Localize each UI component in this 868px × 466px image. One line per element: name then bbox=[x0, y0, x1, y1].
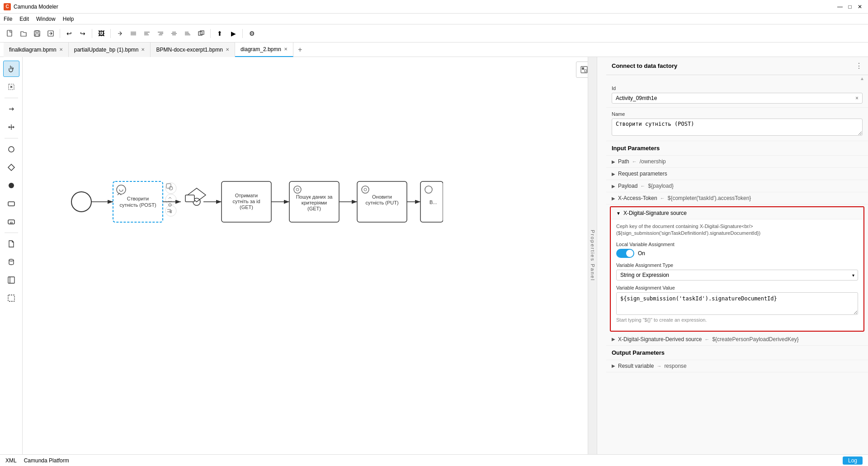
shape-task[interactable] bbox=[3, 195, 19, 212]
id-clear-button[interactable]: × bbox=[855, 95, 859, 101]
menu-help[interactable]: Help bbox=[63, 16, 74, 22]
tab-add-button[interactable]: + bbox=[293, 46, 307, 54]
svg-rect-21 bbox=[113, 181, 163, 222]
tool-btn-7[interactable] bbox=[195, 27, 208, 40]
value-hint: Start typing "${}" to create an expressi… bbox=[616, 317, 858, 323]
param-arrow-path: ← bbox=[632, 159, 637, 164]
svg-text:(GET): (GET) bbox=[307, 206, 321, 211]
shape-pool[interactable] bbox=[3, 272, 19, 288]
tool-btn-2[interactable] bbox=[127, 27, 140, 40]
redo-button[interactable]: ↪ bbox=[76, 27, 89, 40]
tab-close-0[interactable]: ✕ bbox=[59, 47, 63, 52]
local-var-label: Local Variable Assignment bbox=[616, 242, 858, 247]
tab-close-2[interactable]: ✕ bbox=[226, 47, 229, 52]
output-params-header: Output Parameters bbox=[606, 346, 868, 360]
toggle-row: On bbox=[616, 249, 858, 258]
svg-text:Отримати: Отримати bbox=[235, 193, 258, 198]
tab-close-3[interactable]: ✕ bbox=[284, 47, 288, 52]
shape-subprocess[interactable] bbox=[3, 214, 19, 230]
param-row-path[interactable]: ▶ Path ← /ownership bbox=[606, 156, 868, 168]
image-button[interactable]: 🖼 bbox=[95, 27, 108, 40]
var-assignment-type-select[interactable]: String or Expression Map List bbox=[616, 270, 858, 281]
hand-tool[interactable] bbox=[3, 61, 19, 77]
undo-button[interactable]: ↩ bbox=[63, 27, 75, 40]
separator-4 bbox=[210, 29, 211, 38]
tabs-bar: finalkdiagram.bpmn ✕ partialUpdate_bp (1… bbox=[0, 43, 868, 57]
menu-edit[interactable]: Edit bbox=[19, 16, 29, 22]
svg-text:Пошук даних за: Пошук даних за bbox=[296, 194, 333, 200]
deploy-button[interactable]: ⬆ bbox=[213, 27, 226, 40]
tab-diagram2[interactable]: diagram_2.bpmn ✕ bbox=[235, 43, 293, 57]
var-assignment-value-input[interactable]: ${sign_submission('taskId').signatureDoc… bbox=[616, 292, 858, 315]
svg-rect-14 bbox=[8, 277, 14, 283]
id-label: Id bbox=[612, 86, 863, 91]
param-value-xaccesstoken: ${completer('taskId').accessToken} bbox=[668, 195, 751, 201]
maximize-button[interactable]: □ bbox=[845, 2, 854, 11]
svg-text:сутніть за id: сутніть за id bbox=[232, 199, 260, 204]
param-row-xdigital-derived[interactable]: ▶ X-Digital-Signature-Derived source ← $… bbox=[606, 333, 868, 346]
param-row-payload[interactable]: ▶ Payload ← ${payload} bbox=[606, 180, 868, 192]
var-assignment-type-label: Variable Assignment Type bbox=[616, 262, 858, 268]
chevron-down-xdigital: ▼ bbox=[616, 211, 621, 216]
menu-file[interactable]: File bbox=[4, 16, 12, 22]
left-sep-3 bbox=[5, 233, 18, 233]
settings-button[interactable]: ⚙ bbox=[245, 27, 258, 40]
canvas[interactable]: Створити сутність (POST) 🗑 Отр bbox=[23, 57, 597, 454]
tab-finalkdiagram[interactable]: finalkdiagram.bpmn ✕ bbox=[4, 43, 69, 57]
export-button[interactable] bbox=[44, 27, 57, 40]
param-name-xdigital-derived: X-Digital-Signature-Derived source bbox=[618, 336, 702, 342]
tab-partialupdate[interactable]: partialUpdate_bp (1).bpmn ✕ bbox=[69, 43, 151, 57]
name-input[interactable]: Створити сутність (POST) bbox=[612, 119, 863, 136]
global-connect-tool[interactable] bbox=[3, 101, 19, 117]
tool-btn-4[interactable] bbox=[154, 27, 167, 40]
param-name-payload: Payload bbox=[618, 183, 637, 189]
param-row-request[interactable]: ▶ Request parameters bbox=[606, 168, 868, 180]
shape-gateway[interactable] bbox=[3, 159, 19, 176]
open-button[interactable] bbox=[17, 27, 30, 40]
tool-btn-6[interactable] bbox=[181, 27, 194, 40]
svg-text:Оновити: Оновити bbox=[372, 194, 392, 200]
xdigital-signature-header[interactable]: ▼ X-Digital-Signature source bbox=[611, 207, 863, 219]
svg-point-8 bbox=[9, 147, 14, 152]
run-button[interactable]: ▶ bbox=[227, 27, 240, 40]
param-row-result[interactable]: ▶ Result variable → response bbox=[606, 360, 868, 372]
tab-bpmn-docx[interactable]: BPMN-docx-excerpt1.bpmn ✕ bbox=[151, 43, 235, 57]
param-chevron-payload: ▶ bbox=[612, 184, 615, 189]
space-tool[interactable] bbox=[3, 119, 19, 135]
tab-close-1[interactable]: ✕ bbox=[141, 47, 145, 52]
close-button[interactable]: ✕ bbox=[855, 2, 864, 11]
left-toolbar bbox=[0, 57, 23, 454]
param-row-xaccesstoken[interactable]: ▶ X-Access-Token ← ${completer('taskId')… bbox=[606, 192, 868, 204]
xdigital-signature-title: X-Digital-Signature source bbox=[623, 210, 687, 216]
shape-data-store[interactable] bbox=[3, 254, 19, 270]
shape-data-object[interactable] bbox=[3, 236, 19, 252]
shape-start-event[interactable] bbox=[3, 141, 19, 157]
local-var-assignment-row: Local Variable Assignment On bbox=[616, 242, 858, 258]
panel-menu-icon[interactable]: ⋮ bbox=[855, 62, 863, 70]
tool-btn-5[interactable] bbox=[168, 27, 180, 40]
tool-btn-1[interactable] bbox=[113, 27, 126, 40]
menu-window[interactable]: Window bbox=[36, 16, 56, 22]
name-label: Name bbox=[612, 111, 863, 117]
save-button[interactable] bbox=[31, 27, 43, 40]
svg-text:Створити: Створити bbox=[127, 196, 149, 201]
app-icon: C bbox=[4, 3, 11, 10]
lasso-tool[interactable] bbox=[3, 79, 19, 95]
svg-text:B...: B... bbox=[429, 200, 437, 205]
separator-3 bbox=[110, 29, 111, 38]
shape-group[interactable] bbox=[3, 290, 19, 306]
minimize-button[interactable]: — bbox=[835, 2, 844, 11]
toggle-on-label: On bbox=[638, 250, 645, 257]
param-chevron-request: ▶ bbox=[612, 171, 615, 176]
status-xml[interactable]: XML bbox=[5, 457, 17, 464]
id-input[interactable] bbox=[616, 95, 855, 101]
app-title: Camunda Modeler bbox=[14, 4, 835, 10]
log-button[interactable]: Log bbox=[843, 456, 863, 465]
tool-btn-3[interactable] bbox=[141, 27, 153, 40]
shape-intermediate-event[interactable] bbox=[3, 177, 19, 194]
param-value-result: response bbox=[664, 363, 686, 369]
new-button[interactable] bbox=[4, 27, 16, 40]
panel-header: Connect to data factory ⋮ bbox=[606, 57, 868, 75]
status-platform[interactable]: Camunda Platform bbox=[24, 457, 69, 464]
local-var-toggle[interactable] bbox=[616, 249, 634, 258]
